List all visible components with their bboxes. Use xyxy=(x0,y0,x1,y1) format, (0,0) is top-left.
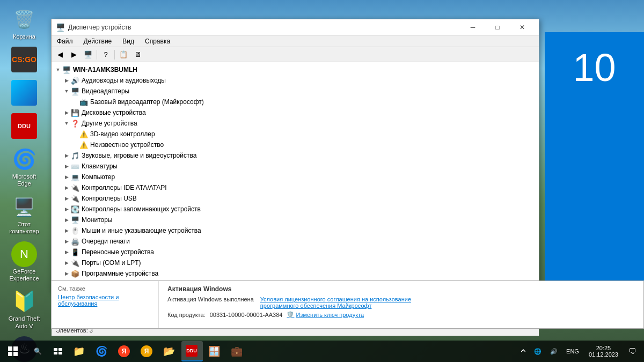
storage-expander[interactable]: ▶ xyxy=(62,205,71,213)
desktop-icon-this-pc[interactable]: 🖥️ Этот компьютер xyxy=(3,192,46,237)
tree-other-devices[interactable]: ▼ ❓ Другие устройства xyxy=(54,118,537,129)
tree-monitors[interactable]: ▶ 🖥️ Мониторы xyxy=(54,215,537,225)
tree-disk[interactable]: ▶ 💾 Дисковые устройства xyxy=(54,107,537,118)
tray-lang[interactable]: ENG xyxy=(563,346,582,357)
tree-basic-video[interactable]: ▶ 📺 Базовый видеоадаптер (Майкрософт) xyxy=(54,97,537,107)
menu-action[interactable]: Действие xyxy=(78,35,118,47)
minimize-button[interactable]: ─ xyxy=(460,19,485,35)
audio-expander[interactable]: ▶ xyxy=(62,76,71,85)
video-icon: 🖥️ xyxy=(71,87,79,95)
tree-print[interactable]: ▶ 🖨️ Очереди печати xyxy=(54,236,537,247)
computer-expander[interactable]: ▶ xyxy=(62,173,71,181)
other-expander[interactable]: ▼ xyxy=(62,119,71,128)
up-button[interactable]: 🖥️ xyxy=(82,49,94,61)
forward-button[interactable]: ▶ xyxy=(68,49,80,61)
mice-expander[interactable]: ▶ xyxy=(62,226,71,235)
storage-icon: 💽 xyxy=(71,205,79,213)
tree-sound[interactable]: ▶ 🎵 Звуковые, игровые и видеоустройства xyxy=(54,150,537,161)
mice-icon: 🖱️ xyxy=(71,226,79,235)
root-expander[interactable]: ▼ xyxy=(54,65,62,74)
tree-mice[interactable]: ▶ 🖱️ Мыши и иные указывающие устройства xyxy=(54,225,537,236)
start-button[interactable] xyxy=(0,341,26,362)
gta-icon: 🔰 xyxy=(11,289,37,314)
taskbar-yandex[interactable]: Я xyxy=(114,341,135,361)
3d-video-label: 3D-видео контроллер xyxy=(90,130,155,138)
maximize-button[interactable]: □ xyxy=(485,19,510,35)
geforce-label: GeForce Experience xyxy=(5,268,43,282)
this-pc-label: Этот компьютер xyxy=(5,221,43,235)
tree-storage-ctrl[interactable]: ▶ 💽 Контроллеры запоминающих устройств xyxy=(54,204,537,215)
taskbar-explorer[interactable]: 📁 xyxy=(69,341,90,361)
recycle-bin-label: Корзина xyxy=(13,33,35,40)
tree-firmware[interactable]: ▶ 📦 Программные устройства xyxy=(54,268,537,279)
security-center-link[interactable]: Центр безопасности и обслуживания xyxy=(58,294,152,307)
tray-expand[interactable] xyxy=(518,346,529,357)
csgo-icon: CS:GO xyxy=(11,47,37,72)
tree-root[interactable]: ▼ 🖥️ WIN-A1AMK3BUMLH xyxy=(54,64,537,75)
activation-link[interactable]: Условия лицензионного соглашения на испо… xyxy=(260,296,448,309)
menu-help[interactable]: Справка xyxy=(140,35,175,47)
desktop-icon-gta[interactable]: 🔰 Grand Theft Auto V xyxy=(3,286,46,331)
taskbar-winupdate[interactable]: 🪟 xyxy=(204,341,225,361)
ports-expander[interactable]: ▶ xyxy=(62,258,71,267)
taskbar-yandex2[interactable]: Я xyxy=(136,341,158,361)
ddu-icon: DDU xyxy=(11,113,37,139)
taskview-button[interactable] xyxy=(48,342,68,361)
taskbar-clock[interactable]: 20:25 01.12.2023 xyxy=(584,345,623,358)
usb-expander[interactable]: ▶ xyxy=(62,194,71,203)
taskbar-app[interactable]: 💼 xyxy=(226,341,248,361)
terminal-button[interactable]: 🖥 xyxy=(131,49,144,61)
computer-icon: 🖥️ xyxy=(62,65,71,74)
tree-video-adapters[interactable]: ▼ 🖥️ Видеоадаптеры xyxy=(54,86,537,97)
help-button[interactable]: ? xyxy=(99,49,112,61)
close-button[interactable]: ✕ xyxy=(510,19,535,35)
ide-expander[interactable]: ▶ xyxy=(62,183,71,192)
see-also-label: См. также xyxy=(58,285,152,292)
print-icon: 🖨️ xyxy=(71,237,79,246)
keyboards-icon: ⌨️ xyxy=(71,162,79,171)
activation-status: Активация Windows выполнена xyxy=(167,296,254,302)
svg-rect-1 xyxy=(58,348,62,351)
tree-usb[interactable]: ▶ 🔌 Контроллеры USB xyxy=(54,193,537,204)
back-button[interactable]: ◀ xyxy=(54,49,67,61)
tree-ide[interactable]: ▶ 🔌 Контроллеры IDE ATA/ATAPI xyxy=(54,182,537,193)
tree-unknown-device[interactable]: ▶ ⚠️ Неизвестное устройство xyxy=(54,139,537,150)
print-expander[interactable]: ▶ xyxy=(62,237,71,246)
desktop-icon-recycle-bin[interactable]: 🗑️ Корзина xyxy=(3,4,46,42)
properties-button[interactable]: 📋 xyxy=(117,49,130,61)
desktop-icon-ddu[interactable]: DDU xyxy=(3,111,46,142)
tree-ports[interactable]: ▶ 🔌 Порты (COM и LPT) xyxy=(54,257,537,268)
menu-file[interactable]: Файл xyxy=(52,35,78,47)
disk-expander[interactable]: ▶ xyxy=(62,108,71,117)
keyboards-expander[interactable]: ▶ xyxy=(62,162,71,171)
see-also-section: См. также Центр безопасности и обслужива… xyxy=(52,281,159,328)
taskbar-edge[interactable]: 🌀 xyxy=(91,341,113,361)
menu-view[interactable]: Вид xyxy=(117,35,140,47)
tray-network[interactable]: 🌐 xyxy=(531,346,545,357)
sound-expander[interactable]: ▶ xyxy=(62,151,71,160)
video-expander[interactable]: ▼ xyxy=(62,87,71,95)
firmware-expander[interactable]: ▶ xyxy=(62,269,71,278)
taskbar-ddu[interactable]: DDU xyxy=(181,341,203,361)
desktop-icon-edge[interactable]: 🌀 Microsoft Edge xyxy=(3,144,46,189)
monitors-expander[interactable]: ▶ xyxy=(62,216,71,224)
taskbar-search[interactable]: 🔍 xyxy=(28,342,47,361)
computer-node-icon: 💻 xyxy=(71,173,79,181)
svg-rect-2 xyxy=(54,352,57,354)
desktop-icon-csgo[interactable]: CS:GO xyxy=(3,45,46,76)
unknown-device-label: Неизвестное устройство xyxy=(90,141,164,149)
desktop-icon-geforce[interactable]: N GeForce Experience xyxy=(3,239,46,284)
taskbar-files[interactable]: 📂 xyxy=(159,341,180,361)
change-key-link[interactable]: 🛡️ Изменить ключ продукта xyxy=(287,311,364,318)
notification-button[interactable]: 🗨 xyxy=(625,341,640,362)
tree-computer[interactable]: ▶ 💻 Компьютер xyxy=(54,172,537,182)
tree-3d-video[interactable]: ▶ ⚠️ 3D-видео контроллер xyxy=(54,129,537,139)
portable-expander[interactable]: ▶ xyxy=(62,248,71,256)
tree-audio[interactable]: ▶ 🔊 Аудиовходы и аудиовыходы xyxy=(54,75,537,86)
tray-volume[interactable]: 🔊 xyxy=(547,346,561,357)
window-titlebar: 🖥️ Диспетчер устройств ─ □ ✕ xyxy=(52,19,539,35)
tree-portable[interactable]: ▶ 📱 Переносные устройства xyxy=(54,247,537,257)
desktop-icon-unknown[interactable] xyxy=(3,78,46,109)
desktop-icons: 🗑️ Корзина CS:GO DDU 🌀 Microsoft Edge 🖥️… xyxy=(0,0,48,341)
tree-keyboards[interactable]: ▶ ⌨️ Клавиатуры xyxy=(54,161,537,172)
